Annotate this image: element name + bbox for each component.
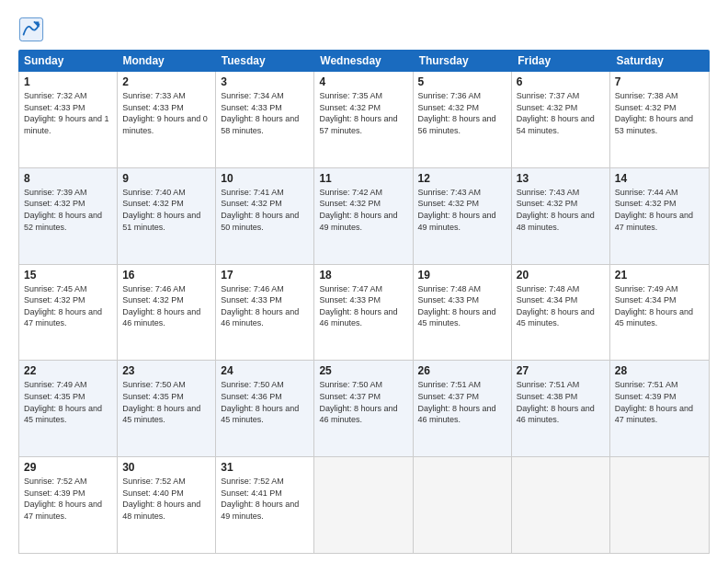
day-number: 28 [615,364,704,377]
day-info: Sunrise: 7:43 AMSunset: 4:32 PMDaylight:… [517,187,605,233]
day-number: 5 [418,75,506,88]
cal-week: 1Sunrise: 7:32 AMSunset: 4:33 PMDaylight… [19,72,709,168]
day-number: 16 [122,269,210,282]
cal-cell: 17Sunrise: 7:46 AMSunset: 4:33 PMDayligh… [216,265,314,361]
day-number: 21 [615,269,704,282]
day-number: 9 [122,172,210,185]
cal-cell: 10Sunrise: 7:41 AMSunset: 4:32 PMDayligh… [216,168,314,264]
day-info: Sunrise: 7:50 AMSunset: 4:36 PMDaylight:… [221,379,309,425]
day-info: Sunrise: 7:38 AMSunset: 4:32 PMDaylight:… [615,90,704,136]
cal-cell: 28Sunrise: 7:51 AMSunset: 4:39 PMDayligh… [610,361,709,456]
cal-header-cell: Sunday [18,50,117,72]
day-number: 13 [517,172,605,185]
page: SundayMondayTuesdayWednesdayThursdayFrid… [0,0,728,563]
cal-cell: 9Sunrise: 7:40 AMSunset: 4:32 PMDaylight… [118,168,216,264]
cal-cell-empty [512,457,610,553]
day-info: Sunrise: 7:46 AMSunset: 4:33 PMDaylight:… [221,283,309,329]
day-number: 3 [221,75,309,88]
day-number: 7 [615,75,704,88]
calendar-header: SundayMondayTuesdayWednesdayThursdayFrid… [18,50,710,72]
day-info: Sunrise: 7:44 AMSunset: 4:32 PMDaylight:… [615,187,704,233]
cal-cell: 11Sunrise: 7:42 AMSunset: 4:32 PMDayligh… [314,168,413,264]
logo [18,17,48,42]
day-info: Sunrise: 7:48 AMSunset: 4:34 PMDaylight:… [517,283,605,329]
day-info: Sunrise: 7:47 AMSunset: 4:33 PMDaylight:… [319,283,407,329]
day-number: 10 [221,172,309,185]
day-info: Sunrise: 7:45 AMSunset: 4:32 PMDaylight:… [24,283,112,329]
cal-header-cell: Tuesday [216,50,314,72]
day-info: Sunrise: 7:48 AMSunset: 4:33 PMDaylight:… [418,283,506,329]
day-number: 27 [517,364,605,377]
cal-cell: 23Sunrise: 7:50 AMSunset: 4:35 PMDayligh… [118,361,216,456]
day-info: Sunrise: 7:40 AMSunset: 4:32 PMDaylight:… [122,187,210,233]
svg-rect-0 [19,17,42,40]
day-number: 11 [319,172,407,185]
day-number: 1 [24,75,112,88]
cal-cell-empty [414,457,512,553]
day-info: Sunrise: 7:42 AMSunset: 4:32 PMDaylight:… [319,187,407,233]
day-info: Sunrise: 7:51 AMSunset: 4:37 PMDaylight:… [418,379,506,425]
day-info: Sunrise: 7:43 AMSunset: 4:32 PMDaylight:… [418,187,506,233]
day-info: Sunrise: 7:50 AMSunset: 4:35 PMDaylight:… [122,379,210,425]
day-info: Sunrise: 7:37 AMSunset: 4:32 PMDaylight:… [517,90,605,136]
day-info: Sunrise: 7:52 AMSunset: 4:40 PMDaylight:… [122,476,210,522]
cal-cell: 8Sunrise: 7:39 AMSunset: 4:32 PMDaylight… [19,168,118,264]
logo-icon [18,17,44,42]
day-info: Sunrise: 7:51 AMSunset: 4:39 PMDaylight:… [615,379,704,425]
cal-week: 22Sunrise: 7:49 AMSunset: 4:35 PMDayligh… [19,361,709,457]
day-number: 12 [418,172,506,185]
day-number: 15 [24,269,112,282]
day-info: Sunrise: 7:52 AMSunset: 4:39 PMDaylight:… [24,476,112,522]
cal-week: 8Sunrise: 7:39 AMSunset: 4:32 PMDaylight… [19,168,709,265]
cal-cell: 12Sunrise: 7:43 AMSunset: 4:32 PMDayligh… [414,168,512,264]
cal-cell: 3Sunrise: 7:34 AMSunset: 4:33 PMDaylight… [216,72,314,167]
day-number: 25 [319,364,407,377]
cal-cell: 13Sunrise: 7:43 AMSunset: 4:32 PMDayligh… [512,168,610,264]
day-number: 17 [221,269,309,282]
day-number: 2 [122,75,210,88]
day-number: 29 [24,461,112,474]
day-info: Sunrise: 7:49 AMSunset: 4:34 PMDaylight:… [615,283,704,329]
cal-week: 15Sunrise: 7:45 AMSunset: 4:32 PMDayligh… [19,265,709,362]
header [18,17,710,42]
day-number: 8 [24,172,112,185]
cal-cell: 30Sunrise: 7:52 AMSunset: 4:40 PMDayligh… [118,457,216,553]
day-info: Sunrise: 7:39 AMSunset: 4:32 PMDaylight:… [24,187,112,233]
day-info: Sunrise: 7:46 AMSunset: 4:32 PMDaylight:… [122,283,210,329]
day-info: Sunrise: 7:36 AMSunset: 4:32 PMDaylight:… [418,90,506,136]
cal-cell: 27Sunrise: 7:51 AMSunset: 4:38 PMDayligh… [512,361,610,456]
cal-cell: 4Sunrise: 7:35 AMSunset: 4:32 PMDaylight… [314,72,413,167]
day-info: Sunrise: 7:51 AMSunset: 4:38 PMDaylight:… [517,379,605,425]
cal-cell: 2Sunrise: 7:33 AMSunset: 4:33 PMDaylight… [118,72,216,167]
day-info: Sunrise: 7:50 AMSunset: 4:37 PMDaylight:… [319,379,407,425]
day-info: Sunrise: 7:41 AMSunset: 4:32 PMDaylight:… [221,187,309,233]
day-info: Sunrise: 7:52 AMSunset: 4:41 PMDaylight:… [221,476,309,522]
cal-cell: 16Sunrise: 7:46 AMSunset: 4:32 PMDayligh… [118,265,216,361]
cal-cell: 25Sunrise: 7:50 AMSunset: 4:37 PMDayligh… [314,361,413,456]
cal-cell: 15Sunrise: 7:45 AMSunset: 4:32 PMDayligh… [19,265,118,361]
cal-cell: 6Sunrise: 7:37 AMSunset: 4:32 PMDaylight… [512,72,610,167]
day-number: 14 [615,172,704,185]
cal-header-cell: Saturday [611,50,710,72]
day-number: 23 [122,364,210,377]
cal-cell: 5Sunrise: 7:36 AMSunset: 4:32 PMDaylight… [414,72,512,167]
day-number: 4 [319,75,407,88]
cal-cell: 26Sunrise: 7:51 AMSunset: 4:37 PMDayligh… [414,361,512,456]
cal-cell: 14Sunrise: 7:44 AMSunset: 4:32 PMDayligh… [610,168,709,264]
calendar-body: 1Sunrise: 7:32 AMSunset: 4:33 PMDaylight… [18,72,710,554]
day-info: Sunrise: 7:35 AMSunset: 4:32 PMDaylight:… [319,90,407,136]
day-number: 22 [24,364,112,377]
day-number: 18 [319,269,407,282]
day-number: 30 [122,461,210,474]
cal-cell: 29Sunrise: 7:52 AMSunset: 4:39 PMDayligh… [19,457,118,553]
cal-cell: 22Sunrise: 7:49 AMSunset: 4:35 PMDayligh… [19,361,118,456]
cal-cell: 24Sunrise: 7:50 AMSunset: 4:36 PMDayligh… [216,361,314,456]
cal-cell-empty [314,457,413,553]
calendar: SundayMondayTuesdayWednesdayThursdayFrid… [18,50,710,554]
day-number: 19 [418,269,506,282]
day-info: Sunrise: 7:34 AMSunset: 4:33 PMDaylight:… [221,90,309,136]
cal-week: 29Sunrise: 7:52 AMSunset: 4:39 PMDayligh… [19,457,709,553]
cal-cell: 7Sunrise: 7:38 AMSunset: 4:32 PMDaylight… [610,72,709,167]
day-number: 26 [418,364,506,377]
cal-header-cell: Monday [117,50,215,72]
